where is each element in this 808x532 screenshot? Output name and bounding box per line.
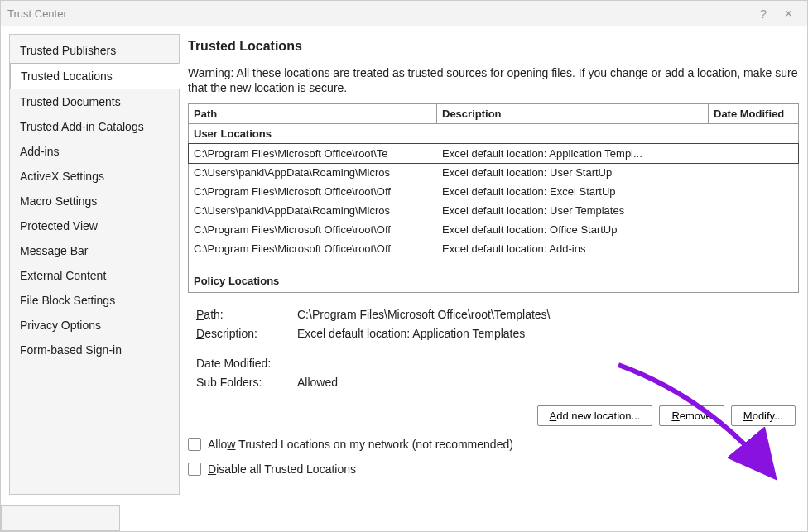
sidebar-item-trusted-locations[interactable]: Trusted Locations bbox=[10, 63, 180, 89]
allow-network-label: Allow Trusted Locations on my network (n… bbox=[208, 438, 513, 451]
table-row[interactable]: C:\Users\panki\AppData\Roaming\MicrosExc… bbox=[189, 163, 798, 182]
btn-modify-suffix: odify... bbox=[753, 410, 783, 422]
col-description[interactable]: Description bbox=[437, 104, 709, 123]
table-header: Path Description Date Modified bbox=[189, 104, 798, 124]
cell-description: Excel default location: User StartUp bbox=[442, 166, 704, 179]
detail-path-value: C:\Program Files\Microsoft Office\root\T… bbox=[297, 308, 799, 321]
page-heading: Trusted Locations bbox=[188, 39, 799, 54]
sidebar-item-trusted-add-in-catalogs[interactable]: Trusted Add-in Catalogs bbox=[10, 114, 179, 139]
cell-date bbox=[704, 242, 793, 255]
table-row[interactable]: C:\Program Files\Microsoft Office\root\O… bbox=[189, 182, 798, 201]
cell-date bbox=[704, 185, 793, 198]
detail-description-label: Description: bbox=[196, 327, 296, 340]
content-area: Trusted PublishersTrusted LocationsTrust… bbox=[1, 26, 807, 505]
col-path[interactable]: Path bbox=[189, 104, 437, 123]
detail-date-label: Date Modified: bbox=[196, 357, 296, 370]
detail-date-value bbox=[297, 357, 799, 370]
btn-remove-suffix: emove bbox=[680, 410, 712, 422]
main-panel: Trusted Locations Warning: All these loc… bbox=[188, 34, 799, 495]
cell-path: C:\Program Files\Microsoft Office\root\T… bbox=[194, 147, 442, 160]
col-date-modified[interactable]: Date Modified bbox=[709, 104, 798, 123]
modify-button[interactable]: Modify... bbox=[731, 405, 796, 426]
sidebar-item-message-bar[interactable]: Message Bar bbox=[10, 238, 179, 263]
group-user-locations: User Locations bbox=[189, 124, 798, 144]
table-row[interactable]: C:\Program Files\Microsoft Office\root\O… bbox=[189, 239, 798, 258]
titlebar: Trust Center ? ✕ bbox=[1, 1, 807, 26]
group-policy-locations: Policy Locations bbox=[189, 258, 798, 292]
cell-description: Excel default location: User Templates bbox=[442, 204, 704, 217]
sidebar: Trusted PublishersTrusted LocationsTrust… bbox=[9, 34, 180, 495]
allow-network-row: Allow Trusted Locations on my network (n… bbox=[188, 434, 799, 451]
table-row[interactable]: C:\Program Files\Microsoft Office\root\O… bbox=[189, 220, 798, 239]
disable-all-checkbox[interactable] bbox=[188, 463, 201, 476]
cell-path: C:\Program Files\Microsoft Office\root\O… bbox=[194, 223, 442, 236]
close-icon[interactable]: ✕ bbox=[776, 7, 801, 20]
cell-description: Excel default location: Application Temp… bbox=[442, 147, 704, 160]
detail-description-value: Excel default location: Application Temp… bbox=[297, 327, 799, 340]
sidebar-item-activex-settings[interactable]: ActiveX Settings bbox=[10, 164, 179, 189]
detail-subfolders-label: Sub Folders: bbox=[196, 376, 296, 389]
button-row: Add new location... Remove Modify... bbox=[188, 405, 799, 426]
remove-button[interactable]: Remove bbox=[659, 405, 724, 426]
sidebar-item-form-based-sign-in[interactable]: Form-based Sign-in bbox=[10, 338, 179, 362]
sidebar-item-privacy-options[interactable]: Privacy Options bbox=[10, 313, 179, 338]
allow-network-checkbox[interactable] bbox=[188, 438, 201, 451]
cell-path: C:\Users\panki\AppData\Roaming\Micros bbox=[194, 204, 442, 217]
locations-table: Path Description Date Modified User Loca… bbox=[188, 103, 799, 293]
detail-subfolders-value: Allowed bbox=[297, 376, 799, 389]
cell-description: Excel default location: Office StartUp bbox=[442, 223, 704, 236]
sidebar-item-macro-settings[interactable]: Macro Settings bbox=[10, 189, 179, 213]
cell-description: Excel default location: Excel StartUp bbox=[442, 185, 704, 198]
warning-text: Warning: All these locations are treated… bbox=[188, 65, 799, 95]
sidebar-item-trusted-documents[interactable]: Trusted Documents bbox=[10, 89, 179, 114]
cell-date bbox=[704, 166, 793, 179]
disable-all-row: Disable all Trusted Locations bbox=[188, 459, 799, 476]
add-new-location-button[interactable]: Add new location... bbox=[537, 405, 653, 426]
cell-date bbox=[704, 204, 793, 217]
annotation-highlight bbox=[1, 505, 120, 531]
sidebar-item-file-block-settings[interactable]: File Block Settings bbox=[10, 288, 179, 313]
cell-path: C:\Users\panki\AppData\Roaming\Micros bbox=[194, 166, 442, 179]
window-title: Trust Center bbox=[7, 7, 751, 20]
trust-center-dialog: Trust Center ? ✕ Trusted PublishersTrust… bbox=[0, 0, 808, 532]
detail-path-label: Path: bbox=[196, 308, 296, 321]
cell-date bbox=[704, 147, 793, 160]
table-row[interactable]: C:\Users\panki\AppData\Roaming\MicrosExc… bbox=[189, 201, 798, 220]
sidebar-item-external-content[interactable]: External Content bbox=[10, 263, 179, 288]
sidebar-item-protected-view[interactable]: Protected View bbox=[10, 213, 179, 238]
btn-add-suffix: dd new location... bbox=[556, 410, 640, 422]
cell-path: C:\Program Files\Microsoft Office\root\O… bbox=[194, 242, 442, 255]
cell-date bbox=[704, 223, 793, 236]
cell-description: Excel default location: Add-ins bbox=[442, 242, 704, 255]
help-icon[interactable]: ? bbox=[751, 7, 776, 21]
disable-all-label: Disable all Trusted Locations bbox=[208, 463, 356, 476]
cell-path: C:\Program Files\Microsoft Office\root\O… bbox=[194, 185, 442, 198]
selected-location-details: Path: C:\Program Files\Microsoft Office\… bbox=[188, 308, 799, 389]
table-row[interactable]: C:\Program Files\Microsoft Office\root\T… bbox=[188, 143, 799, 164]
sidebar-item-add-ins[interactable]: Add-ins bbox=[10, 139, 179, 164]
sidebar-item-trusted-publishers[interactable]: Trusted Publishers bbox=[10, 38, 179, 63]
